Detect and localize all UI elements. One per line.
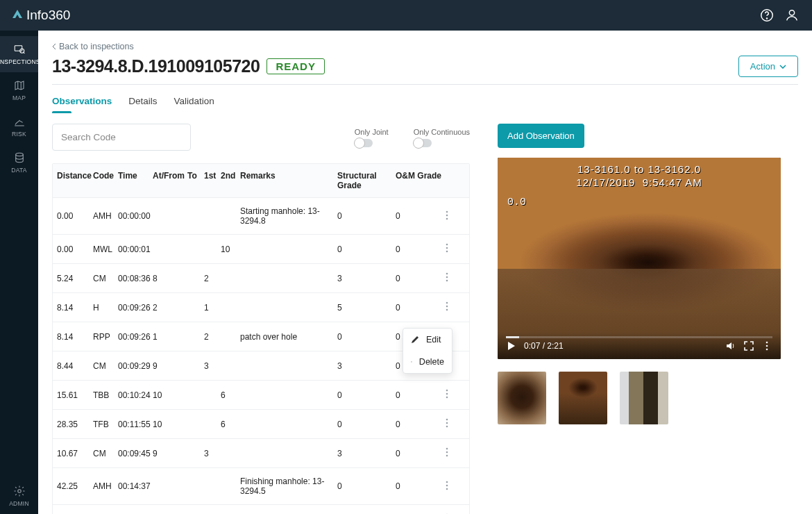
table-row[interactable]: 10.67CM00:09:459330: [53, 438, 469, 467]
tab-validation[interactable]: Validation: [174, 92, 214, 113]
toggle-switch[interactable]: [355, 139, 373, 147]
cell-remarks: Starting manhole: 13-3294.8: [240, 206, 337, 226]
row-more-button[interactable]: [446, 481, 462, 492]
table-row[interactable]: 15.61TBB00:10:2410600: [53, 380, 469, 409]
tab-details[interactable]: Details: [128, 92, 157, 113]
row-more-button[interactable]: [446, 243, 462, 255]
cell-structural: 0: [337, 211, 396, 221]
risk-icon: [13, 115, 26, 128]
tab-observations[interactable]: Observations: [52, 92, 112, 113]
cell-distance: 28.35: [57, 420, 93, 429]
cell-remarks: patch over hole: [240, 332, 337, 342]
toggle-switch[interactable]: [414, 139, 432, 147]
cell-structural: 0: [337, 244, 396, 254]
svg-point-33: [446, 455, 448, 457]
cell-structural: 3: [337, 361, 396, 371]
table-row[interactable]: 8.14H00:09:262150: [53, 292, 469, 322]
svg-point-30: [446, 426, 448, 428]
cell-remarks: Finishing manhole: 13-3294.5: [240, 476, 337, 496]
svg-point-32: [446, 451, 448, 454]
table-row[interactable]: 0.00MWL00:00:011000: [53, 234, 469, 263]
svg-point-9: [446, 217, 448, 219]
cell-distance: 42.25: [57, 481, 93, 491]
cell-time: 00:09:45: [118, 449, 153, 458]
svg-point-18: [446, 309, 448, 311]
video-time: 0:07 / 2:21: [524, 341, 564, 351]
cell-om: 0: [396, 303, 446, 313]
svg-point-12: [446, 251, 448, 253]
action-button-label: Action: [750, 61, 775, 72]
col-1st: 1st: [204, 171, 221, 190]
sidebar-item-data[interactable]: DATA: [0, 144, 38, 181]
sidebar-item-admin[interactable]: ADMIN: [0, 478, 38, 514]
table-row[interactable]: 42.25AMH00:14:37Finishing manhole: 13-32…: [53, 467, 469, 504]
main: Back to inspections 13-3294.8.D.19100910…: [38, 31, 812, 514]
only-continuous-label: Only Continuous: [414, 128, 470, 136]
svg-point-6: [17, 490, 21, 493]
search-input[interactable]: [52, 124, 191, 151]
volume-icon[interactable]: [725, 340, 736, 351]
row-more-button[interactable]: [446, 301, 462, 313]
play-icon[interactable]: [506, 340, 517, 351]
col-om: O&M Grade: [396, 171, 446, 190]
cell-structural: 3: [337, 274, 396, 283]
sidebar-item-label: DATA: [11, 167, 26, 174]
back-link[interactable]: Back to inspections: [52, 42, 134, 51]
row-more-button[interactable]: [446, 447, 462, 459]
col-structural: Structural Grade: [337, 171, 396, 190]
logo[interactable]: Info360: [12, 8, 70, 23]
cell-2nd: 10: [221, 244, 240, 254]
row-more-button[interactable]: [446, 418, 462, 430]
context-menu: Edit Delete: [403, 328, 452, 374]
video-controls: 0:07 / 2:21: [498, 333, 781, 359]
row-more-button[interactable]: [446, 210, 462, 222]
svg-point-46: [766, 342, 768, 344]
action-button[interactable]: Action: [738, 56, 798, 77]
cell-code: RPP: [93, 332, 118, 342]
thumbnail-1[interactable]: [498, 372, 546, 424]
row-more-button[interactable]: [446, 389, 462, 401]
thumbnails: [498, 372, 798, 424]
cell-code: H: [93, 303, 118, 313]
sidebar-item-label: MAP: [12, 94, 26, 101]
video-player[interactable]: 13-3161.0 to 13-3162.0 12/17/2019 9:54:4…: [498, 158, 781, 359]
row-more-button[interactable]: [446, 272, 462, 284]
video-overlay-text: 13-3161.0 to 13-3162.0 12/17/2019 9:54:4…: [498, 163, 781, 190]
svg-point-7: [446, 210, 448, 213]
only-continuous-toggle[interactable]: Only Continuous: [414, 128, 470, 147]
cell-structural: 0: [337, 332, 396, 342]
sidebar-item-map[interactable]: MAP: [0, 72, 38, 108]
col-2nd: 2nd: [221, 171, 240, 190]
back-link-label: Back to inspections: [59, 42, 134, 51]
context-delete[interactable]: Delete: [403, 351, 452, 373]
table-row[interactable]: 5.24CM00:08:368230: [53, 263, 469, 292]
chevron-down-icon: [779, 65, 786, 69]
cell-om: 0: [396, 390, 446, 400]
svg-point-8: [446, 214, 448, 216]
fullscreen-icon[interactable]: [743, 340, 754, 351]
thumbnail-3[interactable]: [620, 372, 668, 424]
sidebar-item-risk[interactable]: RISK: [0, 108, 38, 144]
only-joint-label: Only Joint: [355, 128, 389, 136]
user-icon[interactable]: [784, 8, 800, 23]
svg-point-48: [766, 349, 768, 351]
sidebar-item-label: RISK: [12, 131, 26, 138]
context-edit[interactable]: Edit: [403, 329, 452, 351]
svg-point-26: [446, 393, 448, 395]
thumbnail-2[interactable]: [559, 372, 607, 424]
cell-atfrom: 9: [153, 361, 187, 371]
help-icon[interactable]: [759, 8, 775, 23]
sidebar-item-inspections[interactable]: INSPECTIONS: [0, 36, 38, 72]
cell-structural: 3: [337, 449, 396, 458]
table-row[interactable]: 0.00AMH00:00:00Starting manhole: 13-3294…: [53, 197, 469, 234]
col-atfrom: At/From: [153, 171, 187, 190]
add-observation-button[interactable]: Add Observation: [498, 124, 584, 148]
table-row[interactable]: 0.15B00:00:0740: [53, 504, 469, 514]
more-icon[interactable]: [761, 340, 772, 351]
cell-time: 00:09:26: [118, 332, 153, 342]
svg-point-36: [446, 488, 448, 490]
table-row[interactable]: 28.35TFB00:11:5510600: [53, 409, 469, 438]
only-joint-toggle[interactable]: Only Joint: [355, 128, 389, 147]
cell-structural: 5: [337, 303, 396, 313]
cell-code: AMH: [93, 211, 118, 221]
